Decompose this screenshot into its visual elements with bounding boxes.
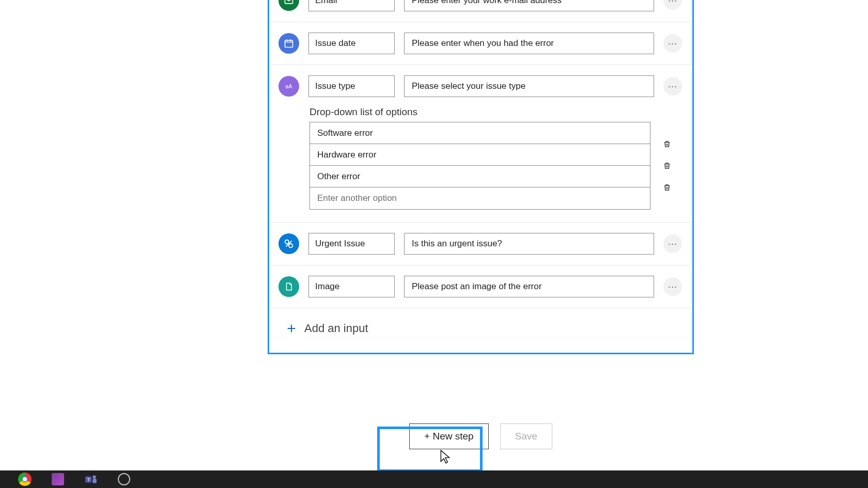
svg-rect-7 — [92, 479, 97, 483]
svg-point-3 — [285, 240, 289, 244]
urgent-more-button[interactable]: ··· — [663, 234, 682, 253]
ellipsis-icon: ··· — [668, 38, 677, 49]
taskbar-chrome[interactable] — [18, 472, 32, 486]
divider — [269, 308, 692, 308]
onenote-icon — [52, 473, 64, 485]
ellipsis-icon: ··· — [668, 281, 677, 292]
divider — [269, 65, 692, 65]
date-name-input[interactable] — [308, 33, 395, 54]
date-desc-input[interactable] — [404, 33, 654, 54]
yesno-icon — [278, 233, 299, 254]
email-icon — [278, 0, 299, 11]
image-more-button[interactable]: ··· — [663, 277, 682, 296]
trash-icon — [663, 160, 671, 171]
dropdown-options-list — [309, 122, 650, 210]
image-name-input[interactable] — [308, 276, 395, 297]
type-desc-input[interactable] — [404, 75, 654, 97]
urgent-name-input[interactable] — [308, 233, 395, 255]
date-more-button[interactable]: ··· — [663, 34, 682, 53]
svg-point-4 — [289, 244, 292, 247]
delete-option-button[interactable] — [660, 137, 674, 151]
email-desc-input[interactable] — [404, 0, 654, 11]
input-row-email: ··· — [269, 0, 692, 18]
dropdown-option-input[interactable] — [310, 166, 650, 187]
trash-icon — [663, 182, 671, 193]
divider — [269, 265, 692, 265]
dropdown-option-new-input[interactable] — [310, 187, 650, 209]
svg-rect-1 — [285, 40, 293, 47]
ellipsis-icon: ··· — [668, 81, 677, 92]
dropdown-options-label: Drop-down list of options — [309, 106, 682, 118]
divider — [269, 22, 692, 22]
input-row-image: ··· — [269, 270, 692, 304]
type-more-button[interactable]: ··· — [663, 77, 682, 96]
dropdown-option-input[interactable] — [310, 144, 650, 166]
taskbar-app[interactable] — [117, 472, 131, 486]
file-icon — [278, 276, 299, 297]
circle-icon — [118, 473, 130, 485]
chrome-icon — [18, 473, 32, 486]
taskbar-onenote[interactable] — [51, 472, 65, 486]
type-name-input[interactable] — [308, 75, 395, 97]
dropdown-option-input[interactable] — [310, 122, 650, 144]
save-button[interactable]: Save — [500, 423, 552, 449]
image-desc-input[interactable] — [404, 276, 654, 297]
divider — [269, 222, 692, 223]
input-row-urgent: ··· — [269, 227, 692, 261]
trigger-card: ··· ··· aA ··· — [268, 0, 694, 354]
email-more-button[interactable]: ··· — [663, 0, 682, 10]
mouse-cursor — [439, 449, 453, 465]
dropdown-options-block: Drop-down list of options — [269, 103, 692, 211]
taskbar-teams[interactable]: T — [84, 472, 98, 486]
email-name-input[interactable] — [308, 0, 395, 11]
input-row-type: aA ··· — [269, 69, 692, 103]
new-step-button[interactable]: + New step — [409, 423, 489, 449]
ellipsis-icon: ··· — [668, 239, 677, 249]
teams-icon: T — [84, 473, 98, 486]
plus-icon — [286, 323, 297, 334]
calendar-icon — [278, 33, 299, 54]
taskbar: T — [0, 470, 868, 488]
svg-point-6 — [92, 475, 96, 479]
add-input-button[interactable]: Add an input — [269, 312, 379, 342]
action-bar: + New step Save — [268, 423, 694, 449]
urgent-desc-input[interactable] — [404, 233, 654, 255]
trash-icon — [663, 138, 671, 150]
input-row-date: ··· — [269, 26, 692, 60]
add-input-label: Add an input — [304, 322, 368, 335]
svg-text:aA: aA — [285, 83, 292, 89]
ellipsis-icon: ··· — [668, 0, 677, 6]
svg-text:T: T — [87, 477, 90, 482]
delete-option-button[interactable] — [660, 159, 674, 173]
text-icon: aA — [278, 76, 299, 97]
delete-option-button[interactable] — [660, 180, 674, 195]
